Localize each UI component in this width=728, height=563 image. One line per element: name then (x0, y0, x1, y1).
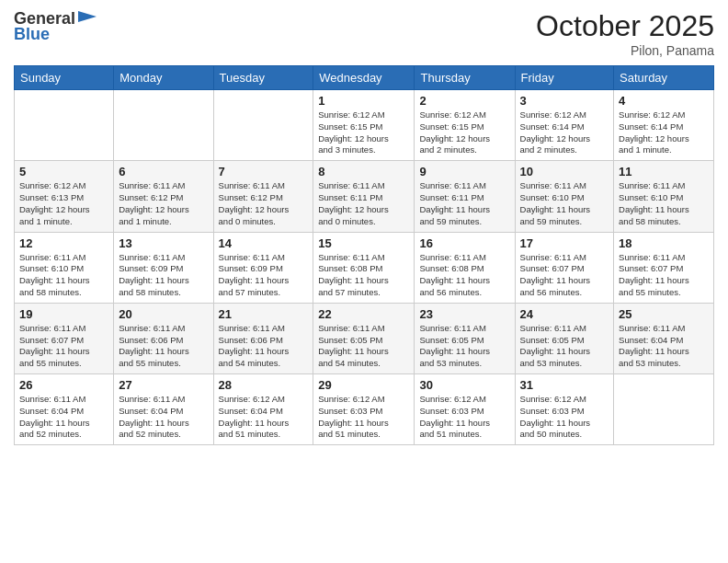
calendar-cell: 14Sunrise: 6:11 AM Sunset: 6:09 PM Dayli… (213, 232, 313, 303)
day-info: Sunrise: 6:11 AM Sunset: 6:05 PM Dayligh… (318, 323, 409, 370)
day-number: 27 (119, 378, 208, 392)
day-number: 8 (318, 165, 409, 178)
calendar-cell: 19Sunrise: 6:11 AM Sunset: 6:07 PM Dayli… (15, 303, 114, 373)
calendar-cell: 6Sunrise: 6:11 AM Sunset: 6:12 PM Daylig… (114, 161, 213, 232)
calendar-cell: 15Sunrise: 6:11 AM Sunset: 6:08 PM Dayli… (313, 232, 415, 303)
day-info: Sunrise: 6:11 AM Sunset: 6:05 PM Dayligh… (419, 323, 509, 370)
logo-blue: Blue (14, 25, 50, 44)
calendar-cell: 27Sunrise: 6:11 AM Sunset: 6:04 PM Dayli… (114, 374, 213, 445)
calendar-cell: 4Sunrise: 6:12 AM Sunset: 6:14 PM Daylig… (614, 90, 714, 161)
day-info: Sunrise: 6:11 AM Sunset: 6:10 PM Dayligh… (520, 180, 609, 227)
calendar-cell: 8Sunrise: 6:11 AM Sunset: 6:11 PM Daylig… (313, 161, 415, 232)
day-info: Sunrise: 6:11 AM Sunset: 6:06 PM Dayligh… (219, 323, 309, 370)
day-number: 20 (119, 307, 208, 321)
calendar-table: SundayMondayTuesdayWednesdayThursdayFrid… (14, 65, 714, 445)
day-number: 16 (419, 236, 509, 250)
day-number: 13 (119, 236, 208, 250)
page: General Blue October 2025 Pilon, Panama … (0, 0, 728, 563)
calendar-week-5: 26Sunrise: 6:11 AM Sunset: 6:04 PM Dayli… (15, 374, 714, 445)
header: General Blue October 2025 Pilon, Panama (14, 9, 714, 58)
calendar-cell: 22Sunrise: 6:11 AM Sunset: 6:05 PM Dayli… (313, 303, 415, 373)
day-info: Sunrise: 6:11 AM Sunset: 6:10 PM Dayligh… (619, 180, 709, 227)
calendar-cell: 10Sunrise: 6:11 AM Sunset: 6:10 PM Dayli… (515, 161, 614, 232)
day-info: Sunrise: 6:11 AM Sunset: 6:12 PM Dayligh… (219, 180, 309, 227)
day-info: Sunrise: 6:11 AM Sunset: 6:04 PM Dayligh… (19, 394, 108, 441)
svg-marker-0 (78, 11, 97, 22)
day-number: 6 (119, 165, 208, 178)
day-number: 1 (318, 94, 409, 108)
day-info: Sunrise: 6:12 AM Sunset: 6:15 PM Dayligh… (318, 109, 409, 156)
calendar-cell: 25Sunrise: 6:11 AM Sunset: 6:04 PM Dayli… (614, 303, 714, 373)
day-info: Sunrise: 6:11 AM Sunset: 6:08 PM Dayligh… (419, 252, 509, 299)
day-number: 31 (520, 378, 609, 392)
day-number: 23 (419, 307, 509, 321)
day-info: Sunrise: 6:11 AM Sunset: 6:07 PM Dayligh… (619, 252, 709, 299)
title-area: October 2025 Pilon, Panama (536, 9, 714, 58)
day-number: 25 (619, 307, 709, 321)
day-number: 14 (219, 236, 309, 250)
day-header-monday: Monday (114, 66, 213, 90)
calendar-cell: 23Sunrise: 6:11 AM Sunset: 6:05 PM Dayli… (415, 303, 515, 373)
day-info: Sunrise: 6:12 AM Sunset: 6:14 PM Dayligh… (619, 109, 709, 156)
day-info: Sunrise: 6:12 AM Sunset: 6:03 PM Dayligh… (520, 394, 609, 441)
month-title: October 2025 (536, 9, 714, 43)
day-number: 5 (19, 165, 108, 178)
day-info: Sunrise: 6:11 AM Sunset: 6:12 PM Dayligh… (119, 180, 208, 227)
day-info: Sunrise: 6:11 AM Sunset: 6:11 PM Dayligh… (419, 180, 509, 227)
calendar-cell: 29Sunrise: 6:12 AM Sunset: 6:03 PM Dayli… (313, 374, 415, 445)
day-info: Sunrise: 6:11 AM Sunset: 6:04 PM Dayligh… (119, 394, 208, 441)
day-info: Sunrise: 6:11 AM Sunset: 6:09 PM Dayligh… (119, 252, 208, 299)
day-info: Sunrise: 6:11 AM Sunset: 6:11 PM Dayligh… (318, 180, 409, 227)
day-number: 10 (520, 165, 609, 178)
day-info: Sunrise: 6:12 AM Sunset: 6:04 PM Dayligh… (219, 394, 309, 441)
day-number: 21 (219, 307, 309, 321)
day-header-friday: Friday (515, 66, 614, 90)
day-info: Sunrise: 6:11 AM Sunset: 6:05 PM Dayligh… (520, 323, 609, 370)
calendar-cell (614, 374, 714, 445)
calendar-cell: 11Sunrise: 6:11 AM Sunset: 6:10 PM Dayli… (614, 161, 714, 232)
day-info: Sunrise: 6:12 AM Sunset: 6:15 PM Dayligh… (419, 109, 509, 156)
day-header-tuesday: Tuesday (213, 66, 313, 90)
logo: General Blue (14, 9, 97, 44)
calendar-week-3: 12Sunrise: 6:11 AM Sunset: 6:10 PM Dayli… (15, 232, 714, 303)
day-header-wednesday: Wednesday (313, 66, 415, 90)
day-number: 26 (19, 378, 108, 392)
calendar-cell: 7Sunrise: 6:11 AM Sunset: 6:12 PM Daylig… (213, 161, 313, 232)
day-number: 18 (619, 236, 709, 250)
day-number: 12 (19, 236, 108, 250)
day-number: 7 (219, 165, 309, 178)
calendar-cell: 3Sunrise: 6:12 AM Sunset: 6:14 PM Daylig… (515, 90, 614, 161)
day-info: Sunrise: 6:12 AM Sunset: 6:03 PM Dayligh… (318, 394, 409, 441)
calendar-cell (114, 90, 213, 161)
calendar-cell: 2Sunrise: 6:12 AM Sunset: 6:15 PM Daylig… (415, 90, 515, 161)
day-number: 11 (619, 165, 709, 178)
calendar-cell (15, 90, 114, 161)
day-number: 4 (619, 94, 709, 108)
calendar-cell: 20Sunrise: 6:11 AM Sunset: 6:06 PM Dayli… (114, 303, 213, 373)
day-header-saturday: Saturday (614, 66, 714, 90)
day-info: Sunrise: 6:12 AM Sunset: 6:03 PM Dayligh… (419, 394, 509, 441)
calendar-cell: 21Sunrise: 6:11 AM Sunset: 6:06 PM Dayli… (213, 303, 313, 373)
calendar-cell: 24Sunrise: 6:11 AM Sunset: 6:05 PM Dayli… (515, 303, 614, 373)
calendar-cell: 16Sunrise: 6:11 AM Sunset: 6:08 PM Dayli… (415, 232, 515, 303)
calendar-cell: 9Sunrise: 6:11 AM Sunset: 6:11 PM Daylig… (415, 161, 515, 232)
day-number: 28 (219, 378, 309, 392)
calendar-cell: 18Sunrise: 6:11 AM Sunset: 6:07 PM Dayli… (614, 232, 714, 303)
calendar-cell: 31Sunrise: 6:12 AM Sunset: 6:03 PM Dayli… (515, 374, 614, 445)
calendar-header-row: SundayMondayTuesdayWednesdayThursdayFrid… (15, 66, 714, 90)
calendar-cell: 28Sunrise: 6:12 AM Sunset: 6:04 PM Dayli… (213, 374, 313, 445)
day-number: 3 (520, 94, 609, 108)
day-info: Sunrise: 6:12 AM Sunset: 6:14 PM Dayligh… (520, 109, 609, 156)
calendar-cell: 12Sunrise: 6:11 AM Sunset: 6:10 PM Dayli… (15, 232, 114, 303)
day-number: 9 (419, 165, 509, 178)
calendar-week-1: 1Sunrise: 6:12 AM Sunset: 6:15 PM Daylig… (15, 90, 714, 161)
day-number: 19 (19, 307, 108, 321)
day-number: 2 (419, 94, 509, 108)
logo-flag-icon (76, 11, 97, 28)
calendar-cell: 13Sunrise: 6:11 AM Sunset: 6:09 PM Dayli… (114, 232, 213, 303)
day-number: 22 (318, 307, 409, 321)
location: Pilon, Panama (536, 43, 714, 58)
day-number: 15 (318, 236, 409, 250)
day-number: 30 (419, 378, 509, 392)
calendar-cell: 30Sunrise: 6:12 AM Sunset: 6:03 PM Dayli… (415, 374, 515, 445)
